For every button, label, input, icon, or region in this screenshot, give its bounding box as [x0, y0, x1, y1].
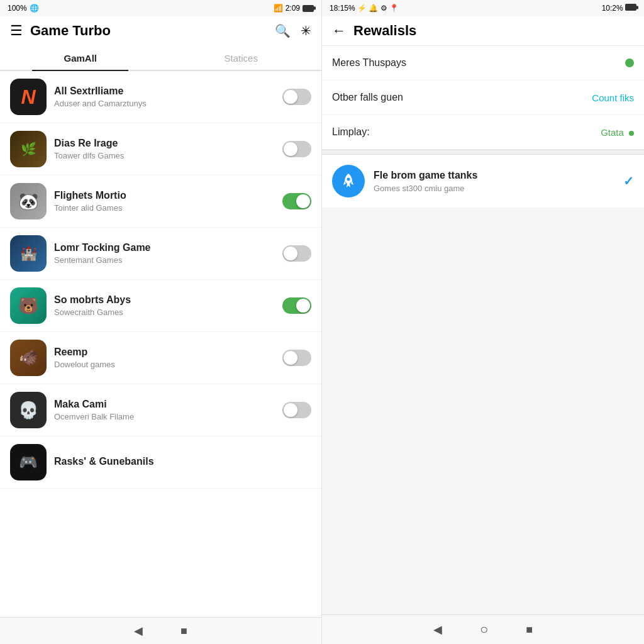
game-dev-2: Toawer dlfs Games — [54, 151, 275, 160]
reward-title: Fle brom game ttanks — [374, 170, 614, 181]
reward-item[interactable]: Fle brom game ttanks Gomes st300 cmiu ga… — [322, 155, 644, 208]
game-info-1: All SextrIliame Aduser and Camarztunys — [54, 86, 275, 108]
game-dev-7: Ocemveri Balk Filame — [54, 412, 275, 421]
list-item: 🌿 Dias Re Irage Toawer dlfs Games — [0, 123, 321, 175]
game-icon-8: 🎮 — [10, 444, 47, 480]
setting-label-1: Meres Thuspays — [332, 57, 625, 69]
top-bar-icons: 🔍 ✳ — [275, 23, 311, 38]
section-divider — [322, 150, 644, 155]
game-name-8: Rasks' & Gunebanils — [54, 456, 311, 467]
setting-value-3: Gtata — [601, 127, 634, 138]
game-icon-7: 💀 — [10, 392, 47, 428]
setting-label-3: Limplay: — [332, 126, 601, 138]
nav-back-right[interactable]: ◀ — [433, 623, 442, 636]
list-item: 🐼 Flighets Mortio Tointer alid Games — [0, 175, 321, 228]
setting-value-2: Count fiks — [592, 92, 634, 103]
game-info-5: So mobrts Abys Sowecraith Games — [54, 294, 275, 317]
right-top-bar: ← Rewalisls — [322, 16, 644, 46]
game-dev-6: Dowelout games — [54, 360, 275, 369]
game-dev-4: Sentemant Games — [54, 255, 275, 265]
game-name-3: Flighets Mortio — [54, 190, 275, 201]
status-bar-left: 100% 🌐 📶 2:09 — [0, 0, 321, 16]
tabs: GamAll Statices — [0, 45, 321, 71]
toggle-7[interactable] — [282, 402, 311, 418]
toggle-6[interactable] — [282, 350, 311, 366]
app-title: Game Turbo — [30, 23, 275, 39]
game-name-7: Maka Cami — [54, 399, 275, 410]
status-time-right-left: 18:15% ⚡ 🔔 ⚙ 📍 — [330, 4, 399, 13]
green-dot-indicator — [625, 58, 634, 67]
toggle-4[interactable] — [282, 245, 311, 262]
setting-row-2[interactable]: Otber falls guen Count fiks — [322, 80, 644, 115]
game-icon-5: 🐻 — [10, 287, 47, 324]
game-icon-2: 🌿 — [10, 131, 47, 167]
right-title: Rewalisls — [353, 23, 416, 39]
reward-icon — [332, 165, 365, 197]
tab-gamall[interactable]: GamAll — [0, 45, 161, 70]
nav-back-left[interactable]: ◀ — [134, 624, 143, 638]
game-icon-3: 🐼 — [10, 183, 47, 219]
list-item: 💀 Maka Cami Ocemveri Balk Filame — [0, 384, 321, 436]
game-dev-1: Aduser and Camarztunys — [54, 99, 275, 108]
n-logo: N — [21, 86, 35, 109]
right-panel: 18:15% ⚡ 🔔 ⚙ 📍 10:2% ← Rewalisls Meres T… — [322, 0, 644, 644]
list-item: N All SextrIliame Aduser and Camarztunys — [0, 71, 321, 123]
nav-bar-left: ◀ ■ — [0, 617, 321, 644]
nav-square-right[interactable]: ■ — [526, 623, 533, 636]
battery-icon-left — [303, 5, 314, 12]
hamburger-icon[interactable]: ☰ — [10, 23, 23, 39]
list-item: 🐻 So mobrts Abys Sowecraith Games — [0, 280, 321, 332]
game-icon-4: 🏰 — [10, 235, 47, 272]
game-name-1: All SextrIliame — [54, 86, 275, 97]
setting-row-3: Limplay: Gtata — [322, 115, 644, 150]
setting-label-2: Otber falls guen — [332, 92, 592, 103]
toggle-2[interactable] — [282, 141, 311, 157]
game-icon-6: 🐗 — [10, 340, 47, 376]
reward-info: Fle brom game ttanks Gomes st300 cmiu ga… — [374, 170, 614, 193]
toggle-1[interactable] — [282, 89, 311, 105]
status-time-left: 2:09 — [286, 4, 300, 13]
search-icon[interactable]: 🔍 — [275, 23, 291, 38]
nav-home-left[interactable]: ■ — [180, 625, 187, 638]
game-info-7: Maka Cami Ocemveri Balk Filame — [54, 399, 275, 421]
settings-list: Meres Thuspays Otber falls guen Count fi… — [322, 46, 644, 150]
rocket-icon — [340, 172, 357, 190]
nav-bar-right: ◀ ○ ■ — [322, 614, 644, 644]
game-name-6: Reemp — [54, 347, 275, 358]
status-wifi: 📶 — [274, 4, 283, 13]
game-info-2: Dias Re Irage Toawer dlfs Games — [54, 138, 275, 160]
chevron-down-icon[interactable]: ✓ — [623, 174, 634, 189]
battery-icon-right — [625, 4, 636, 11]
setting-row-1: Meres Thuspays — [322, 46, 644, 80]
svg-point-0 — [347, 178, 350, 181]
game-dev-5: Sowecraith Games — [54, 308, 275, 317]
status-signal: 🌐 — [30, 4, 39, 13]
status-right-right: 10:2% — [602, 4, 636, 13]
settings-star-icon[interactable]: ✳ — [301, 23, 311, 38]
toggle-5[interactable] — [282, 297, 311, 314]
status-right-info: 📶 2:09 — [274, 4, 314, 13]
reward-subtitle: Gomes st300 cmiu game — [374, 184, 614, 193]
list-item: 🎮 Rasks' & Gunebanils — [0, 436, 321, 489]
game-info-4: Lomr Tocking Game Sentemant Games — [54, 242, 275, 265]
game-name-5: So mobrts Abys — [54, 294, 275, 306]
list-item: 🏰 Lomr Tocking Game Sentemant Games — [0, 228, 321, 280]
left-panel: 100% 🌐 📶 2:09 ☰ Game Turbo 🔍 ✳ GamAll St… — [0, 0, 322, 644]
game-icon-1: N — [10, 79, 47, 115]
game-info-3: Flighets Mortio Tointer alid Games — [54, 190, 275, 213]
status-left-info: 100% 🌐 — [8, 4, 39, 13]
small-green-dot — [629, 131, 634, 136]
status-bar-right: 18:15% ⚡ 🔔 ⚙ 📍 10:2% — [322, 0, 644, 16]
toggle-3[interactable] — [282, 193, 311, 209]
game-dev-3: Tointer alid Games — [54, 203, 275, 213]
top-bar-left: ☰ Game Turbo 🔍 ✳ — [0, 16, 321, 45]
game-list: N All SextrIliame Aduser and Camarztunys… — [0, 71, 321, 617]
status-percent: 100% — [8, 4, 27, 13]
game-info-6: Reemp Dowelout games — [54, 347, 275, 369]
nav-circle-right[interactable]: ○ — [480, 621, 488, 638]
game-name-2: Dias Re Irage — [54, 138, 275, 149]
list-item: 🐗 Reemp Dowelout games — [0, 332, 321, 384]
spacer — [322, 208, 644, 614]
tab-statices[interactable]: Statices — [161, 45, 322, 70]
back-icon[interactable]: ← — [332, 23, 346, 39]
